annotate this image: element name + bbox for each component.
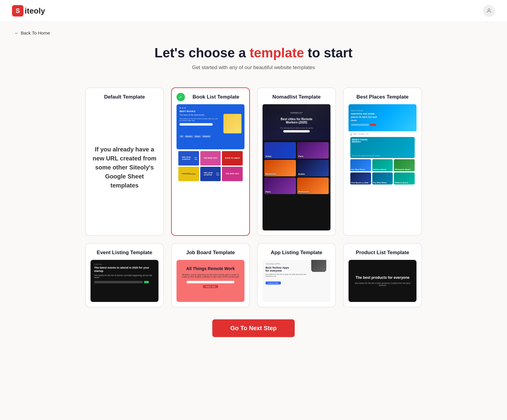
places-hero-text: Awesome real estateplaces to have fun an… (351, 112, 377, 122)
template-card-best-places[interactable]: Best Places Template REAL PLACES Awesome… (343, 87, 422, 236)
template-card-default[interactable]: Default Template If you already have a n… (85, 87, 164, 236)
places-row-1: Maldive Islands,Maldives The only one sp… (350, 137, 415, 158)
back-to-home-link[interactable]: ← Back To Home (14, 30, 507, 35)
book-tag-2: Business (185, 135, 193, 138)
template-card-job[interactable]: Job Board Template All Things Remote Wor… (171, 243, 250, 307)
event-preview: EVENTLIST The latest events to attend in… (91, 260, 158, 302)
city-card-dubai-bg: Dubai (264, 142, 296, 159)
book-cover-1: THE LEAN STARTUPEric Ries (178, 151, 199, 166)
places-nav-4: City (366, 133, 369, 135)
places-row-3: Pool Beach La Jolla Key West Miami Mallo… (350, 172, 415, 184)
maldives-label: Maldive Islands,Maldives (352, 138, 413, 143)
app-sub: See below for the list of apps for both … (266, 273, 311, 277)
maldives-desc: The only one special and luxurious holid… (352, 155, 413, 157)
app-preview: TECHNO APPS Best Techno Appsfor everyone… (263, 260, 330, 302)
page-title: Let's choose a template to start (6, 45, 501, 61)
maldives-card: Maldive Islands,Maldives The only one sp… (350, 137, 415, 158)
book-covers-section: THE LEAN STARTUPEric Ries THE MOM TEST G… (177, 149, 244, 184)
places-hero-section: REAL PLACES Awesome real estateplaces to… (349, 104, 416, 131)
book-preview-search (180, 123, 213, 126)
city-card-melbourne-bg: Melbourne (264, 160, 296, 176)
book-cover-4: HOOKEDNir Eyal (178, 167, 199, 181)
book-preview-subtext: See below for the list of best books tha… (180, 118, 221, 121)
template-card-app[interactable]: App Listing Template TECHNO APPS Best Te… (257, 243, 336, 307)
places-row-2: Key West Miami Mallorca Beach Whitewater… (350, 159, 415, 171)
nomadlist-preview: NOMADLIST Best cities for RemoteWorkers … (263, 104, 330, 230)
city-card-paris2: Paris (264, 178, 296, 194)
template-grid-bottom: Event Listing Template EVENTLIST The lat… (73, 243, 434, 307)
city-card-dublin-bg: Dublin (297, 160, 329, 176)
nomadlist-title: Nomadlist Template (263, 94, 330, 100)
hero-section: Let's choose a template to start Get sta… (0, 35, 507, 77)
book-cover-5: THE LEAN STARTUPEric Ries (200, 167, 221, 181)
job-preview-title: All Things Remote Work (186, 266, 235, 271)
place-label-4: Pool Beach La Jolla (351, 182, 368, 184)
nomad-title-text: Best cities for RemoteWorkers (2020) (278, 114, 315, 127)
back-arrow-icon: ← (14, 30, 19, 35)
places-nav-1: All (350, 133, 352, 135)
nomad-city-cards: Dubai Paris Melbourne (263, 140, 330, 196)
nomadlist-label: NOMADLIST (278, 112, 315, 114)
product-preview-container: The best products for everyone See below… (349, 260, 416, 302)
app-btn: Explore Apps (266, 282, 281, 285)
job-btn: Search Jobs (203, 285, 218, 288)
nomad-search-bar (283, 130, 310, 132)
app-phone-mockup (311, 260, 326, 272)
book-hero-image (223, 114, 241, 133)
book-tag-1: All (180, 135, 184, 138)
product-sub: See below for the list of best products … (353, 282, 412, 286)
places-body: All Beach Mountain City Maldive Islands,… (349, 131, 416, 186)
job-template-title: Job Board Template (177, 250, 244, 256)
template-card-nomadlist[interactable]: Nomadlist Template NOMADLIST Best cities… (257, 87, 336, 236)
template-grid-top: Default Template If you already have a n… (73, 87, 434, 236)
book-preview-header: BEST BOOKS (180, 110, 241, 113)
user-icon[interactable] (483, 5, 495, 17)
place-card-4: Pool Beach La Jolla (350, 172, 371, 184)
app-preview-inner: TECHNO APPS Best Techno Appsfor everyone… (266, 263, 327, 285)
title-after: to start (304, 45, 352, 60)
event-btn (144, 281, 149, 283)
product-template-title: Product List Template (349, 250, 416, 256)
title-before: Let's choose a (155, 45, 250, 60)
book-cover-6: THE MOM TEST (222, 167, 243, 181)
city-card-paris: Paris (297, 142, 329, 159)
template-card-book-list[interactable]: ✓ Book List Template BEST BOOKS The best… (171, 87, 250, 236)
book-preview-hero: BEST BOOKS The best of the best books Se… (177, 104, 244, 149)
best-places-title: Best Places Template (349, 94, 416, 100)
event-template-title: Event Listing Template (91, 250, 158, 256)
event-cta-row (94, 281, 155, 283)
product-title: The best products for everyone (355, 275, 409, 280)
city-card-melbourne: Melbourne (264, 160, 296, 176)
book-tag-3: Design (194, 135, 201, 138)
book-cover-2: THE MOM TEST (200, 151, 221, 166)
event-preview-sub: See below for the list of events current… (94, 274, 155, 278)
places-preview-container: REAL PLACES Awesome real estateplaces to… (349, 104, 416, 230)
app-text-col: TECHNO APPS Best Techno Appsfor everyone… (266, 263, 311, 285)
places-search (351, 124, 369, 126)
event-label: EVENTLIST (94, 263, 155, 265)
place-card-3: Whitewater Beach (394, 159, 415, 171)
template-card-product[interactable]: Product List Template The best products … (343, 243, 422, 307)
city-label-paris: Paris (298, 155, 303, 157)
place-label-6: Mallorca Beach (395, 182, 408, 184)
nomad-subtitle: The ultimate list of cities across the g… (278, 127, 315, 129)
product-preview: The best products for everyone See below… (349, 260, 416, 302)
nomad-hero-content: NOMADLIST Best cities for RemoteWorkers … (278, 112, 315, 132)
template-card-event[interactable]: Event Listing Template EVENTLIST The lat… (85, 243, 164, 307)
go-to-next-step-button[interactable]: Go To Next Step (212, 319, 295, 337)
back-label: Back To Home (21, 30, 50, 35)
logo[interactable]: S iteoly (12, 5, 45, 17)
nomad-hero-bg: NOMADLIST Best cities for RemoteWorkers … (263, 104, 330, 140)
header: S iteoly (0, 0, 507, 22)
city-card-dublin: Dublin (297, 160, 329, 176)
places-btn (370, 124, 376, 126)
event-search (94, 281, 143, 283)
logo-name: iteoly (25, 6, 45, 16)
app-template-title: App Listing Template (263, 250, 330, 256)
job-preview-sub: Whether you're searching for the best re… (181, 274, 240, 278)
app-label: TECHNO APPS (266, 263, 311, 265)
place-label-2: Mallorca Beach (373, 169, 386, 170)
book-covers-row-1: THE LEAN STARTUPEric Ries THE MOM TEST G… (178, 151, 243, 166)
default-card-body: If you already have a new URL created fr… (91, 104, 158, 230)
place-card-6: Mallorca Beach (394, 172, 415, 184)
